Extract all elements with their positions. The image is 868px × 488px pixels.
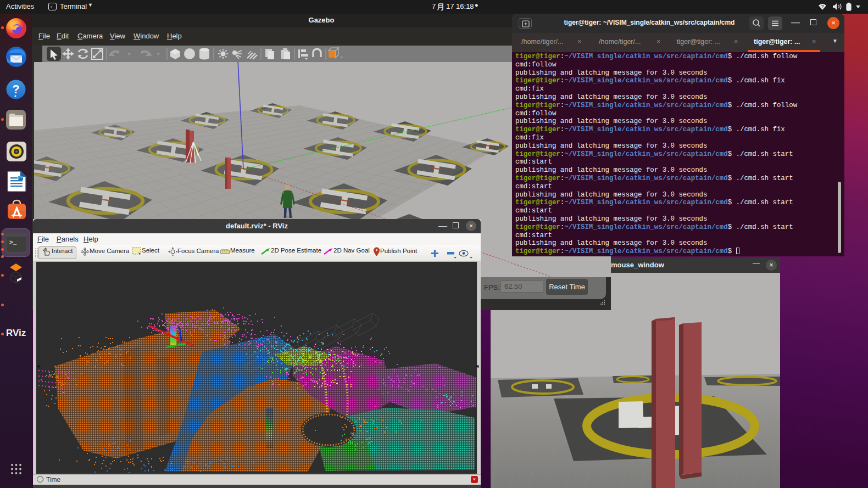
svg-text:?: ?	[821, 4, 825, 9]
